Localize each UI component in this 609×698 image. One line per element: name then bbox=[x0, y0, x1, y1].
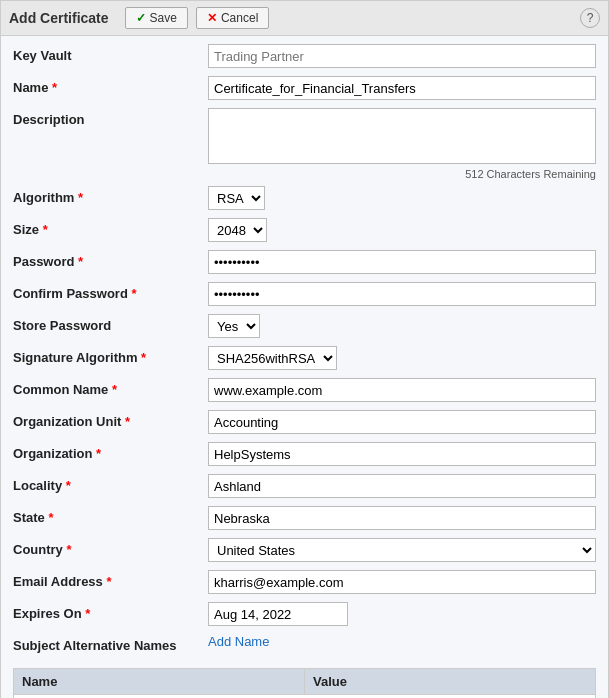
common-name-input[interactable] bbox=[208, 378, 596, 402]
save-button[interactable]: ✓ Save bbox=[125, 7, 188, 29]
organization-row: Organization * bbox=[13, 442, 596, 468]
country-select[interactable]: United States Canada United Kingdom bbox=[209, 539, 595, 561]
description-control: 512 Characters Remaining bbox=[208, 108, 596, 180]
organization-input[interactable] bbox=[208, 442, 596, 466]
confirm-password-row: Confirm Password * bbox=[13, 282, 596, 308]
locality-control bbox=[208, 474, 596, 498]
email-control bbox=[208, 570, 596, 594]
state-row: State * bbox=[13, 506, 596, 532]
country-label: Country * bbox=[13, 538, 208, 557]
x-icon: ✕ bbox=[207, 11, 217, 25]
form-body: Key Vault Name * Description 512 Charact… bbox=[1, 36, 608, 698]
add-certificate-window: Add Certificate ✓ Save ✕ Cancel ? Key Va… bbox=[0, 0, 609, 698]
common-name-control bbox=[208, 378, 596, 402]
char-remaining: 512 Characters Remaining bbox=[208, 168, 596, 180]
signature-algorithm-label: Signature Algorithm * bbox=[13, 346, 208, 365]
store-password-label: Store Password bbox=[13, 314, 208, 333]
state-label: State * bbox=[13, 506, 208, 525]
store-password-select[interactable]: Yes No bbox=[209, 315, 259, 337]
key-vault-control bbox=[208, 44, 596, 68]
cancel-button[interactable]: ✕ Cancel bbox=[196, 7, 269, 29]
common-name-label: Common Name * bbox=[13, 378, 208, 397]
expires-on-label: Expires On * bbox=[13, 602, 208, 621]
confirm-password-label: Confirm Password * bbox=[13, 282, 208, 301]
email-row: Email Address * bbox=[13, 570, 596, 596]
col-value-header: Value bbox=[305, 669, 595, 694]
subject-alt-names-control: Add Name bbox=[208, 634, 596, 649]
size-select[interactable]: 2048 1024 4096 bbox=[209, 219, 266, 241]
name-input[interactable] bbox=[208, 76, 596, 100]
expires-on-control bbox=[208, 602, 596, 626]
algorithm-control: RSA DSA EC bbox=[208, 186, 596, 210]
size-label: Size * bbox=[13, 218, 208, 237]
add-name-link[interactable]: Add Name bbox=[208, 634, 269, 649]
country-control: United States Canada United Kingdom bbox=[208, 538, 596, 562]
expires-on-row: Expires On * bbox=[13, 602, 596, 628]
email-label: Email Address * bbox=[13, 570, 208, 589]
algorithm-select-wrap: RSA DSA EC bbox=[208, 186, 265, 210]
help-button[interactable]: ? bbox=[580, 8, 600, 28]
org-unit-label: Organization Unit * bbox=[13, 410, 208, 429]
locality-row: Locality * bbox=[13, 474, 596, 500]
country-select-wrap: United States Canada United Kingdom bbox=[208, 538, 596, 562]
signature-algorithm-control: SHA256withRSA SHA1withRSA MD5withRSA bbox=[208, 346, 596, 370]
signature-algorithm-select[interactable]: SHA256withRSA SHA1withRSA MD5withRSA bbox=[209, 347, 336, 369]
check-icon: ✓ bbox=[136, 11, 146, 25]
table-header: Name Value bbox=[14, 669, 595, 695]
key-vault-label: Key Vault bbox=[13, 44, 208, 63]
subject-alt-names-label: Subject Alternative Names bbox=[13, 634, 208, 653]
locality-input[interactable] bbox=[208, 474, 596, 498]
alt-names-table: Name Value No records found. bbox=[13, 668, 596, 698]
org-unit-input[interactable] bbox=[208, 410, 596, 434]
header-bar: Add Certificate ✓ Save ✕ Cancel ? bbox=[1, 1, 608, 36]
state-control bbox=[208, 506, 596, 530]
description-textarea[interactable] bbox=[208, 108, 596, 164]
name-row: Name * bbox=[13, 76, 596, 102]
signature-algorithm-select-wrap: SHA256withRSA SHA1withRSA MD5withRSA bbox=[208, 346, 337, 370]
org-unit-row: Organization Unit * bbox=[13, 410, 596, 436]
organization-control bbox=[208, 442, 596, 466]
org-unit-control bbox=[208, 410, 596, 434]
key-vault-row: Key Vault bbox=[13, 44, 596, 70]
subject-alt-names-row: Subject Alternative Names Add Name bbox=[13, 634, 596, 660]
name-control bbox=[208, 76, 596, 100]
size-select-wrap: 2048 1024 4096 bbox=[208, 218, 267, 242]
description-row: Description 512 Characters Remaining bbox=[13, 108, 596, 180]
password-control bbox=[208, 250, 596, 274]
email-input[interactable] bbox=[208, 570, 596, 594]
state-input[interactable] bbox=[208, 506, 596, 530]
password-input[interactable] bbox=[208, 250, 596, 274]
signature-algorithm-row: Signature Algorithm * SHA256withRSA SHA1… bbox=[13, 346, 596, 372]
description-label: Description bbox=[13, 108, 208, 127]
password-row: Password * bbox=[13, 250, 596, 276]
locality-label: Locality * bbox=[13, 474, 208, 493]
size-row: Size * 2048 1024 4096 bbox=[13, 218, 596, 244]
algorithm-label: Algorithm * bbox=[13, 186, 208, 205]
password-label: Password * bbox=[13, 250, 208, 269]
size-control: 2048 1024 4096 bbox=[208, 218, 596, 242]
common-name-row: Common Name * bbox=[13, 378, 596, 404]
algorithm-row: Algorithm * RSA DSA EC bbox=[13, 186, 596, 212]
expires-on-input[interactable] bbox=[208, 602, 348, 626]
name-label: Name * bbox=[13, 76, 208, 95]
confirm-password-control bbox=[208, 282, 596, 306]
store-password-control: Yes No bbox=[208, 314, 596, 338]
col-name-header: Name bbox=[14, 669, 305, 694]
confirm-password-input[interactable] bbox=[208, 282, 596, 306]
organization-label: Organization * bbox=[13, 442, 208, 461]
page-title: Add Certificate bbox=[9, 10, 109, 26]
store-password-row: Store Password Yes No bbox=[13, 314, 596, 340]
key-vault-input[interactable] bbox=[208, 44, 596, 68]
store-password-select-wrap: Yes No bbox=[208, 314, 260, 338]
algorithm-select[interactable]: RSA DSA EC bbox=[209, 187, 264, 209]
country-row: Country * United States Canada United Ki… bbox=[13, 538, 596, 564]
